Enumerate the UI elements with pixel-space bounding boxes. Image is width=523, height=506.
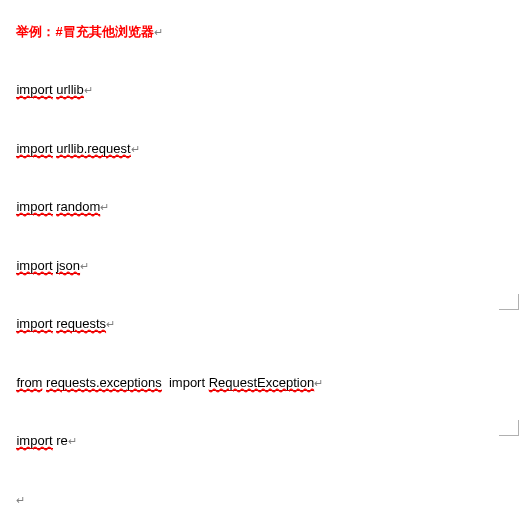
- page-corner-marker: [499, 420, 519, 436]
- para-mark: ↵: [154, 26, 163, 38]
- para-mark: ↵: [100, 201, 109, 213]
- import-line-4: import json↵: [0, 236, 523, 295]
- example-title: 举例：#冒充其他浏览器↵: [0, 2, 523, 61]
- blank-line: ↵: [0, 470, 523, 506]
- module-name: urllib.request: [56, 141, 130, 157]
- import-line-5: import requests↵: [0, 295, 523, 354]
- document-page-1: 举例：#冒充其他浏览器↵ import urllib↵ import urlli…: [0, 0, 523, 506]
- exception-name: RequestException: [209, 375, 315, 391]
- from-import-line: from requests.exceptions import RequestE…: [0, 353, 523, 412]
- page-corner-marker: [499, 294, 519, 310]
- import-keyword: import: [16, 433, 52, 449]
- package-name: requests.exceptions: [46, 375, 162, 391]
- import-keyword: import: [16, 258, 52, 274]
- import-keyword: import: [16, 82, 52, 98]
- import-line-2: import urllib.request↵: [0, 119, 523, 178]
- module-re: re: [56, 433, 68, 448]
- from-keyword: from: [16, 375, 42, 391]
- para-mark: ↵: [80, 260, 89, 272]
- import-re-line: import re↵: [0, 412, 523, 471]
- import-keyword-plain: import: [169, 375, 205, 390]
- module-name: requests: [56, 316, 106, 332]
- para-mark: ↵: [106, 318, 115, 330]
- import-keyword: import: [16, 199, 52, 215]
- import-line-1: import urllib↵: [0, 61, 523, 120]
- para-mark: ↵: [68, 435, 77, 447]
- module-name: urllib: [56, 82, 83, 98]
- para-mark: ↵: [16, 494, 25, 506]
- import-line-3: import random↵: [0, 178, 523, 237]
- import-keyword: import: [16, 316, 52, 332]
- para-mark: ↵: [131, 143, 140, 155]
- module-name: json: [56, 258, 80, 274]
- para-mark: ↵: [314, 377, 323, 389]
- para-mark: ↵: [84, 84, 93, 96]
- module-name: random: [56, 199, 100, 215]
- title-text: 举例：#冒充其他浏览器: [16, 24, 153, 39]
- import-keyword: import: [16, 141, 52, 157]
